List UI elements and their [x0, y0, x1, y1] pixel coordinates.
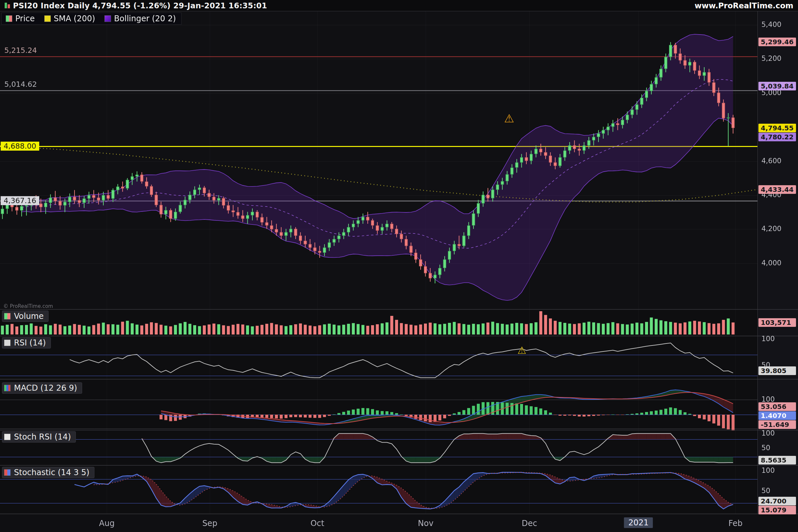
legend-bollinger-label: Bollinger (20 2) — [114, 14, 176, 23]
macd-axis-tag: 1.4070 — [758, 411, 796, 420]
stochastic-axis-tag: 24.700 — [758, 497, 796, 506]
price-axis-tick: 5,200 — [761, 55, 781, 62]
rsi-legend-label: RSI (14) — [14, 338, 46, 347]
price-level-label: 5,215.24 — [1, 46, 40, 55]
price-axis-tag: 5,039.84 — [758, 82, 796, 91]
price-axis-tick: 4,000 — [761, 259, 781, 267]
bollinger-icon — [104, 15, 111, 22]
rsi-axis-tag: 39.805 — [758, 366, 796, 375]
stochrsi-icon — [4, 434, 11, 440]
stochrsi-axis-tag: 8.5635 — [758, 456, 796, 464]
trading-chart-window: PSI20 Index Daily 4,794.55 (-1.26%) 29-J… — [0, 0, 798, 532]
stochrsi-legend-label: Stoch RSI (14) — [14, 432, 71, 441]
volume-legend-label: Volume — [14, 311, 43, 321]
price-icon — [6, 15, 12, 22]
time-axis-label: 2021 — [624, 517, 653, 528]
price-axis-tick: 4,600 — [761, 157, 781, 165]
site-link[interactable]: www.ProRealTime.com — [695, 1, 793, 10]
time-axis-label: Aug — [99, 519, 115, 528]
time-axis-label: Oct — [310, 519, 324, 528]
candlestick-icon — [5, 3, 10, 8]
stochastic-axis-tick: 100 — [761, 467, 775, 474]
price-axis-tag: 5,299.46 — [758, 38, 796, 46]
price-axis-tick: 5,400 — [761, 21, 781, 28]
title-group: PSI20 Index Daily 4,794.55 (-1.26%) 29-J… — [5, 1, 267, 10]
time-axis-label: Dec — [522, 519, 537, 528]
rsi-legend[interactable]: RSI (14) — [2, 337, 51, 348]
price-axis-tag: 4,433.44 — [758, 185, 796, 194]
price-axis-tag: 4,780.22 — [758, 133, 796, 141]
chart-title: PSI20 Index Daily 4,794.55 (-1.26%) 29-J… — [13, 1, 267, 10]
rsi-icon — [4, 340, 11, 346]
legend-sma-label: SMA (200) — [54, 14, 95, 23]
legend-sma[interactable]: SMA (200) — [44, 14, 95, 23]
sma-icon — [44, 15, 51, 22]
stochastic-legend[interactable]: Stochastic (14 3 5) — [2, 467, 94, 478]
legend-bollinger[interactable]: Bollinger (20 2) — [104, 14, 176, 23]
price-axis-tick: 4,200 — [761, 225, 781, 233]
price-level-label: 4,367.16 — [1, 196, 39, 205]
stochrsi-axis-tick: 100 — [761, 429, 775, 437]
volume-axis-tag: 103,571 — [758, 318, 796, 327]
time-axis-label: Nov — [418, 519, 434, 528]
volume-icon — [4, 313, 11, 320]
warning-icon[interactable]: ⚠ — [504, 112, 514, 125]
volume-legend[interactable]: Volume — [2, 310, 49, 322]
rsi-axis-tick: 100 — [761, 335, 775, 343]
stochastic-legend-label: Stochastic (14 3 5) — [14, 468, 90, 477]
price-level-label: 4,688.00 — [1, 141, 39, 151]
stochastic-axis-tag: 15.079 — [758, 506, 796, 514]
warning-icon[interactable]: ⚠ — [517, 344, 526, 356]
time-axis-label: Feb — [728, 519, 743, 528]
main-legend: Price SMA (200) Bollinger (20 2) — [1, 13, 182, 25]
stochastic-axis-tick: 50 — [761, 487, 771, 495]
macd-legend[interactable]: MACD (12 26 9) — [2, 382, 82, 394]
macd-legend-label: MACD (12 26 9) — [14, 383, 77, 393]
macd-icon — [4, 385, 11, 391]
legend-price-label: Price — [15, 14, 35, 23]
stochrsi-axis-tick: 50 — [761, 444, 771, 452]
macd-axis-tag: -51.649 — [758, 420, 796, 429]
stochrsi-legend[interactable]: Stoch RSI (14) — [2, 431, 76, 442]
time-axis-label: Sep — [202, 519, 217, 528]
legend-price[interactable]: Price — [6, 14, 35, 23]
axis-labels-layer: 5,4005,2005,0004,6004,4004,2004,0005,299… — [0, 0, 798, 532]
stochastic-icon — [4, 469, 11, 476]
titlebar: PSI20 Index Daily 4,794.55 (-1.26%) 29-J… — [0, 0, 798, 11]
price-axis-tag: 4,794.55 — [758, 124, 796, 132]
price-level-label: 5,014.62 — [1, 80, 40, 89]
macd-axis-tag: 53.056 — [758, 402, 796, 411]
